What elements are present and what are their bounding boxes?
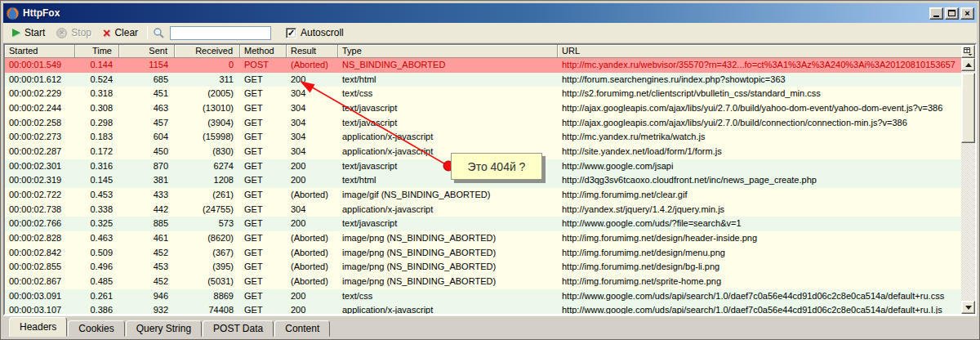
column-header-result[interactable]: Result bbox=[287, 45, 338, 58]
cell-sent: 463 bbox=[119, 101, 175, 116]
cell-sent: 381 bbox=[119, 173, 175, 188]
request-rows: 00:00:01.5490.14411540POST(Aborted)NS_BI… bbox=[5, 58, 961, 314]
cell-type: text/javascript bbox=[338, 101, 558, 116]
column-header-sent[interactable]: Sent bbox=[119, 45, 175, 58]
cell-result: (Aborted) bbox=[287, 246, 338, 261]
cell-received: 8869 bbox=[175, 289, 240, 304]
request-row[interactable]: 00:00:02.7220.453433(261)GET(Aborted)ima… bbox=[5, 188, 961, 203]
cell-method: GET bbox=[240, 246, 287, 261]
cell-type: text/javascript bbox=[338, 217, 558, 231]
request-table: Started Time Sent Received Method Result… bbox=[3, 43, 977, 315]
request-row[interactable]: 00:00:02.8670.485452(5031)GET(Aborted)im… bbox=[5, 275, 961, 289]
cell-time: 0.298 bbox=[75, 116, 119, 131]
cell-method: GET bbox=[240, 203, 287, 217]
tab-query-string[interactable]: Query String bbox=[126, 320, 202, 337]
cell-url: http://d3qg3sv6tcaoxo.cloudfront.net/inc… bbox=[558, 173, 961, 188]
tab-cookies[interactable]: Cookies bbox=[68, 320, 124, 337]
minimize-button[interactable] bbox=[929, 7, 943, 20]
cell-time: 0.509 bbox=[75, 246, 119, 261]
request-row[interactable]: 00:00:03.1070.38693274408GET200applicati… bbox=[5, 303, 961, 314]
tab-content[interactable]: Content bbox=[274, 320, 330, 337]
cell-type: text/html bbox=[338, 173, 558, 188]
cell-started: 00:00:02.319 bbox=[5, 173, 75, 188]
request-row[interactable]: 00:00:02.3010.3168706274GET200text/javas… bbox=[5, 159, 961, 174]
cell-type: application/x-javascript bbox=[338, 203, 558, 217]
request-row[interactable]: 00:00:01.5490.14411540POST(Aborted)NS_BI… bbox=[5, 58, 961, 73]
cell-sent: 452 bbox=[119, 246, 175, 261]
close-button[interactable]: × bbox=[960, 7, 974, 20]
start-button[interactable]: Start bbox=[8, 25, 49, 40]
cell-url: http://s2.forumimg.net/clientscript/vbul… bbox=[558, 87, 961, 101]
column-header-type[interactable]: Type bbox=[338, 45, 558, 58]
cell-started: 00:00:02.273 bbox=[5, 130, 75, 145]
cell-started: 00:00:02.258 bbox=[5, 116, 75, 131]
cell-time: 0.316 bbox=[75, 159, 119, 174]
cell-time: 0.386 bbox=[75, 303, 119, 314]
cell-time: 0.145 bbox=[75, 173, 119, 188]
firefox-icon bbox=[6, 7, 20, 20]
column-header-started[interactable]: Started bbox=[5, 45, 75, 58]
request-row[interactable]: 00:00:02.2730.183604(15998)GET304applica… bbox=[5, 130, 961, 145]
request-row[interactable]: 00:00:02.3190.1453811208GET200text/htmlh… bbox=[5, 173, 961, 188]
scrollbar-thumb[interactable] bbox=[961, 73, 975, 143]
filter-input[interactable] bbox=[170, 26, 271, 40]
cell-result: (Aborted) bbox=[287, 275, 338, 289]
request-row[interactable]: 00:00:02.7660.325885573GET200text/javasc… bbox=[5, 217, 961, 231]
request-row[interactable]: 00:00:02.2580.298457(3904)GET304text/jav… bbox=[5, 116, 961, 131]
request-row[interactable]: 00:00:02.2290.318451(2005)GET304text/css… bbox=[5, 87, 961, 101]
clear-button[interactable]: × Clear bbox=[99, 25, 142, 40]
cell-started: 00:00:02.301 bbox=[5, 159, 75, 174]
stop-button[interactable]: × Stop bbox=[52, 25, 96, 40]
vertical-scrollbar[interactable] bbox=[961, 45, 975, 314]
scroll-down-button[interactable] bbox=[961, 301, 975, 314]
column-header-method[interactable]: Method bbox=[240, 45, 287, 58]
cell-started: 00:00:02.229 bbox=[5, 87, 75, 101]
table-header: Started Time Sent Received Method Result… bbox=[5, 45, 961, 58]
request-row[interactable]: 00:00:02.7380.338442(24755)GET304applica… bbox=[5, 203, 961, 217]
tab-post-data[interactable]: POST Data bbox=[203, 320, 274, 337]
cell-method: GET bbox=[240, 101, 287, 116]
cell-received: 311 bbox=[175, 73, 240, 87]
column-picker-button[interactable] bbox=[961, 45, 975, 58]
cell-result: 304 bbox=[287, 116, 338, 131]
column-header-time[interactable]: Time bbox=[75, 45, 119, 58]
cell-received: (3904) bbox=[175, 116, 240, 131]
request-row[interactable]: 00:00:01.6120.524685311GET200text/htmlht… bbox=[5, 73, 961, 87]
maximize-icon bbox=[948, 10, 956, 16]
request-row[interactable]: 00:00:02.2870.172450(830)GET304applicati… bbox=[5, 145, 961, 159]
cell-result: 200 bbox=[287, 73, 338, 87]
autoscroll-checkbox[interactable]: ✓ bbox=[286, 28, 296, 38]
request-row[interactable]: 00:00:03.0910.2619468869GET200text/cssht… bbox=[5, 289, 961, 304]
arrow-down-icon bbox=[965, 306, 972, 310]
cell-type: text/javascript bbox=[338, 159, 558, 174]
cell-sent: 450 bbox=[119, 145, 175, 159]
cell-result: 304 bbox=[287, 130, 338, 145]
cell-method: GET bbox=[240, 73, 287, 87]
tab-headers[interactable]: Headers bbox=[9, 317, 67, 337]
column-header-received[interactable]: Received bbox=[175, 45, 240, 58]
cell-type: text/css bbox=[338, 289, 558, 304]
request-row[interactable]: 00:00:02.8420.509452(367)GET(Aborted)ima… bbox=[5, 246, 961, 261]
cell-received: 573 bbox=[175, 217, 240, 231]
request-row[interactable]: 00:00:02.8280.463461(8620)GET(Aborted)im… bbox=[5, 231, 961, 246]
maximize-button[interactable] bbox=[945, 7, 959, 20]
column-header-url[interactable]: URL bbox=[558, 45, 961, 58]
cell-method: GET bbox=[240, 173, 287, 188]
cell-started: 00:00:02.244 bbox=[5, 101, 75, 116]
request-row[interactable]: 00:00:02.8550.496453(395)GET(Aborted)ima… bbox=[5, 260, 961, 275]
stop-label: Stop bbox=[71, 27, 91, 38]
cell-method: GET bbox=[240, 116, 287, 131]
cell-method: POST bbox=[240, 58, 287, 73]
cell-time: 0.485 bbox=[75, 275, 119, 289]
cell-received: (13010) bbox=[175, 101, 240, 116]
cell-result: (Aborted) bbox=[287, 260, 338, 275]
cell-started: 00:00:02.842 bbox=[5, 246, 75, 261]
cell-received: (8620) bbox=[175, 231, 240, 246]
cell-method: GET bbox=[240, 145, 287, 159]
scroll-up-button[interactable] bbox=[961, 58, 975, 71]
autoscroll-label: Autoscroll bbox=[301, 27, 344, 38]
request-row[interactable]: 00:00:02.2440.308463(13010)GET304text/ja… bbox=[5, 101, 961, 116]
cell-received: 0 bbox=[175, 58, 240, 73]
cell-started: 00:00:02.828 bbox=[5, 231, 75, 246]
cell-result: 200 bbox=[287, 159, 338, 174]
